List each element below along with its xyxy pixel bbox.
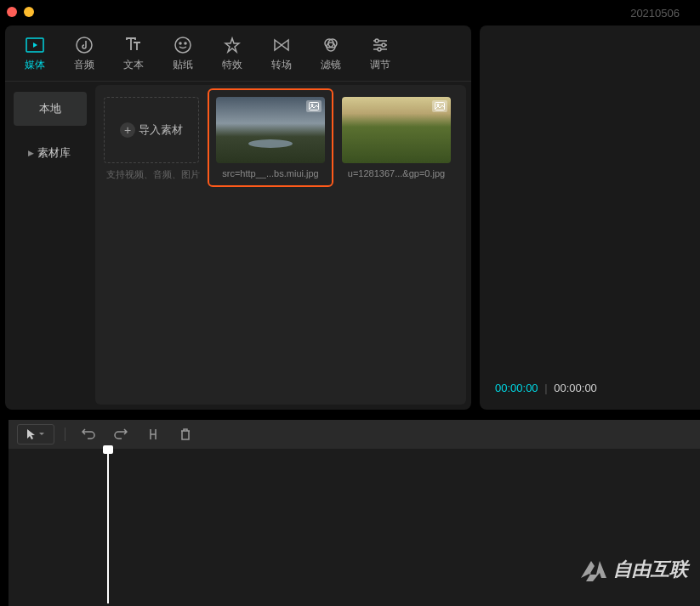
sticker-icon — [174, 36, 192, 54]
sidebar-item-library[interactable]: ▶ 素材库 — [14, 136, 87, 170]
tab-effect[interactable]: 特效 — [208, 32, 257, 81]
divider — [65, 428, 65, 441]
filter-icon — [322, 36, 340, 54]
media-item[interactable]: u=1281367...&gp=0.jpg — [342, 97, 451, 178]
tab-label: 特效 — [222, 58, 242, 72]
text-icon — [124, 36, 143, 54]
split-button[interactable] — [140, 424, 166, 445]
project-date: 20210506 — [630, 7, 680, 20]
tab-media[interactable]: 媒体 — [10, 32, 60, 81]
time-separator: | — [544, 382, 547, 394]
audio-icon — [75, 36, 94, 54]
trash-icon — [179, 428, 191, 441]
main-area: 媒体 音频 文本 贴纸 — [5, 25, 700, 410]
media-thumbnail — [216, 97, 325, 163]
media-sidebar: 本地 ▶ 素材库 — [5, 82, 95, 410]
tab-adjust[interactable]: 调节 — [356, 32, 405, 81]
image-type-icon — [432, 100, 447, 112]
tab-label: 贴纸 — [173, 58, 193, 72]
split-icon — [147, 428, 159, 441]
tab-bar: 媒体 音频 文本 贴纸 — [5, 25, 471, 82]
adjust-icon — [371, 36, 390, 54]
image-type-icon — [306, 100, 322, 112]
chevron-right-icon: ▶ — [28, 149, 34, 157]
cursor-tool-button[interactable] — [17, 424, 54, 445]
media-item[interactable]: src=http__...bs.miui.jpg — [208, 88, 333, 187]
import-media-button[interactable]: + 导入素材 支持视频、音频、图片 — [104, 97, 199, 163]
undo-icon — [82, 428, 95, 440]
svg-point-10 — [378, 48, 381, 51]
window-controls — [7, 7, 34, 17]
svg-point-9 — [382, 43, 385, 47]
panel-body: 本地 ▶ 素材库 + 导入素材 支持视频、音频、图片 — [5, 82, 471, 410]
media-panel: 媒体 音频 文本 贴纸 — [5, 25, 471, 410]
delete-button[interactable] — [173, 424, 198, 445]
watermark-icon — [579, 558, 608, 581]
tab-text[interactable]: 文本 — [109, 32, 158, 81]
import-label: 导入素材 — [139, 122, 183, 138]
svg-point-2 — [175, 37, 191, 53]
tab-label: 音频 — [74, 58, 94, 72]
chevron-down-icon — [38, 432, 45, 437]
redo-icon — [114, 428, 128, 440]
effect-icon — [223, 36, 242, 54]
sidebar-item-label: 本地 — [39, 101, 61, 116]
sidebar-item-local[interactable]: 本地 — [14, 92, 87, 126]
tab-label: 转场 — [271, 58, 292, 72]
preview-timecode: 00:00:00 | 00:00:00 — [495, 382, 597, 394]
media-icon — [26, 36, 44, 54]
svg-point-14 — [437, 105, 439, 106]
watermark: 自由互联 — [579, 557, 688, 582]
current-time: 00:00:00 — [495, 382, 538, 394]
total-time: 00:00:00 — [554, 382, 597, 394]
watermark-text: 自由互联 — [613, 557, 688, 582]
svg-point-3 — [179, 42, 181, 44]
tab-filter[interactable]: 滤镜 — [306, 32, 356, 81]
plus-icon: + — [120, 122, 135, 138]
svg-point-12 — [311, 105, 313, 106]
tab-label: 滤镜 — [321, 58, 341, 72]
minimize-window-button[interactable] — [24, 7, 34, 17]
media-filename: src=http__...bs.miui.jpg — [222, 168, 318, 178]
media-grid: + 导入素材 支持视频、音频、图片 src=http__...bs.miui.j… — [95, 85, 466, 405]
svg-point-8 — [375, 39, 378, 42]
media-thumbnail — [342, 97, 451, 163]
tab-label: 文本 — [123, 58, 144, 72]
transition-icon — [272, 36, 291, 54]
redo-button[interactable] — [108, 424, 134, 445]
svg-point-4 — [185, 42, 186, 44]
tab-sticker[interactable]: 贴纸 — [158, 32, 208, 81]
import-hint: 支持视频、音频、图片 — [106, 168, 200, 181]
preview-panel: 00:00:00 | 00:00:00 — [480, 25, 700, 410]
close-window-button[interactable] — [7, 7, 17, 17]
undo-button[interactable] — [76, 424, 101, 445]
timeline-playhead[interactable] — [107, 450, 109, 603]
media-filename: u=1281367...&gp=0.jpg — [348, 168, 445, 178]
tab-audio[interactable]: 音频 — [60, 32, 109, 81]
sidebar-item-label: 素材库 — [37, 145, 71, 161]
tab-transition[interactable]: 转场 — [257, 32, 306, 81]
timeline-toolbar — [9, 420, 700, 449]
tab-label: 媒体 — [25, 58, 45, 72]
tab-label: 调节 — [370, 58, 390, 72]
